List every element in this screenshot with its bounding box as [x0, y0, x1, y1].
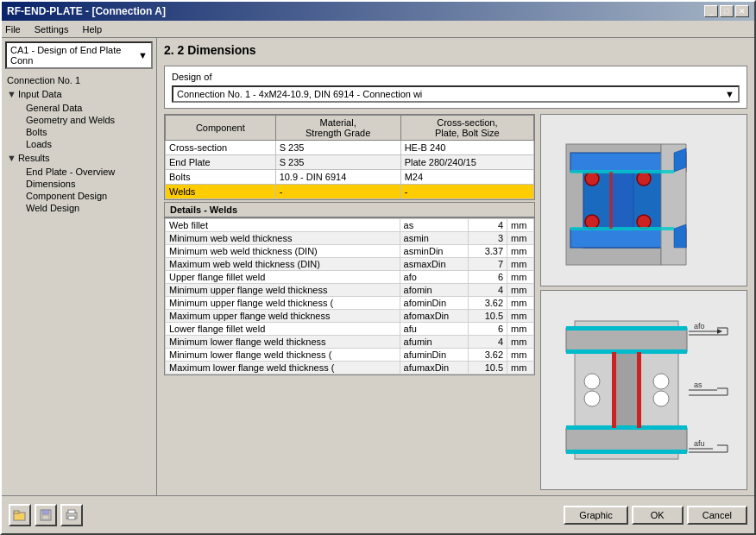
detail-unit: mm	[507, 297, 534, 310]
details-section: Details - Welds Web fillet as 4 mm	[164, 202, 535, 375]
sidebar-item-end-plate-overview[interactable]: End Plate - Overview	[12, 166, 153, 178]
svg-rect-26	[637, 352, 641, 428]
graphic-button[interactable]: Graphic	[564, 506, 628, 525]
row-material: S 235	[275, 155, 400, 170]
detail-unit: mm	[507, 245, 534, 258]
design-of-arrow: ▼	[725, 89, 734, 99]
connection-label: Connection No. 1	[5, 74, 153, 86]
row-component: End Plate	[166, 155, 276, 170]
col-component: Component	[166, 116, 276, 141]
content-area: CA1 - Design of End Plate Conn ▼ Connect…	[2, 38, 754, 495]
sidebar-item-geometry-welds[interactable]: Geometry and Welds	[12, 114, 153, 126]
detail-val: 10.5	[468, 310, 507, 323]
list-item: Lower flange fillet weld afu 6 mm	[166, 323, 534, 336]
row-material: 10.9 - DIN 6914	[275, 170, 400, 185]
sidebar-item-loads[interactable]: Loads	[12, 138, 153, 150]
svg-rect-4	[611, 172, 633, 229]
svg-rect-51	[42, 515, 49, 519]
row-component: Welds	[166, 185, 276, 199]
svg-rect-23	[566, 425, 687, 430]
detail-label: Web fillet	[166, 219, 400, 232]
open-button[interactable]	[9, 504, 31, 526]
svg-point-13	[637, 215, 651, 229]
list-item: Web fillet as 4 mm	[166, 219, 534, 232]
input-data-section[interactable]: ▼ Input Data	[5, 88, 153, 100]
list-item: Minimum web weld thickness (DIN) asminDi…	[166, 245, 534, 258]
svg-rect-54	[68, 516, 75, 519]
sidebar-item-bolts[interactable]: Bolts	[12, 126, 153, 138]
menu-settings[interactable]: Settings	[35, 24, 69, 35]
detail-label: Lower flange fillet weld	[166, 323, 400, 336]
design-of-label: Design of	[172, 72, 740, 82]
svg-point-29	[653, 374, 669, 389]
connection-dropdown[interactable]: CA1 - Design of End Plate Conn ▼	[5, 41, 153, 69]
maximize-button[interactable]: □	[720, 5, 734, 17]
detail-val: 4	[468, 284, 507, 297]
main-window: RF-END-PLATE - [Connection A] _ □ ✕ File…	[0, 0, 756, 535]
svg-text:afo: afo	[694, 322, 705, 330]
detail-val: 3.62	[468, 349, 507, 362]
bottom-left-buttons	[9, 504, 83, 526]
sidebar-item-component-design[interactable]: Component Design	[12, 190, 153, 202]
row-material: -	[275, 185, 400, 199]
svg-rect-16	[609, 172, 613, 229]
detail-val: 4	[468, 219, 507, 232]
menu-file[interactable]: File	[5, 24, 21, 35]
detail-val: 7	[468, 258, 507, 271]
detail-label: Minimum lower flange weld thickness	[166, 336, 400, 349]
ok-button[interactable]: OK	[632, 506, 684, 525]
detail-label: Upper flange fillet weld	[166, 271, 400, 284]
detail-val: 3.37	[468, 245, 507, 258]
save-button[interactable]	[35, 504, 57, 526]
menu-help[interactable]: Help	[82, 24, 102, 35]
svg-point-10	[585, 172, 599, 186]
main-panel: 2. 2 Dimensions Design of Connection No.…	[157, 38, 754, 495]
list-item: Maximum lower flange weld thickness ( af…	[166, 362, 534, 374]
cancel-button[interactable]: Cancel	[687, 506, 747, 525]
detail-val: 4	[468, 336, 507, 349]
svg-rect-14	[570, 170, 674, 173]
list-item: Minimum upper flange weld thickness ( af…	[166, 297, 534, 310]
detail-sym: as	[400, 219, 468, 232]
sidebar-item-general-data[interactable]: General Data	[12, 102, 153, 114]
svg-rect-3	[570, 229, 674, 248]
table-row-highlighted: Welds - -	[166, 185, 534, 199]
results-items: End Plate - Overview Dimensions Componen…	[5, 166, 153, 214]
2d-svg: afo as afu	[549, 312, 739, 468]
detail-unit: mm	[507, 271, 534, 284]
results-section[interactable]: ▼ Results	[5, 152, 153, 164]
detail-label: Maximum web weld thickness (DIN)	[166, 258, 400, 271]
detail-sym: afomaxDin	[400, 310, 468, 323]
row-cross-section: -	[400, 185, 533, 199]
svg-point-30	[653, 391, 669, 406]
section-title: 2. 2 Dimensions	[164, 43, 747, 57]
sidebar-item-weld-design[interactable]: Weld Design	[12, 202, 153, 214]
connection-dropdown-arrow: ▼	[138, 50, 148, 60]
bottom-bar: Graphic OK Cancel	[2, 495, 754, 533]
input-data-label: Input Data	[18, 89, 62, 99]
results-label: Results	[18, 153, 50, 163]
design-of-value: Connection No. 1 - 4xM24-10.9, DIN 6914 …	[177, 89, 422, 99]
svg-point-28	[584, 391, 600, 406]
design-of-dropdown[interactable]: Connection No. 1 - 4xM24-10.9, DIN 6914 …	[172, 85, 740, 103]
row-component: Cross-section	[166, 141, 276, 155]
minimize-button[interactable]: _	[704, 5, 718, 17]
detail-label: Minimum upper flange weld thickness (	[166, 297, 400, 310]
list-item: Minimum upper flange weld thickness afom…	[166, 284, 534, 297]
svg-rect-53	[68, 510, 75, 513]
tree-minus-icon: ▼	[7, 89, 16, 99]
details-table-container: Web fillet as 4 mm Minimum web weld thic…	[164, 217, 535, 375]
graphic-3d	[540, 114, 747, 286]
row-component: Bolts	[166, 170, 276, 185]
detail-sym: afomin	[400, 284, 468, 297]
bottom-right-buttons: Graphic OK Cancel	[564, 506, 747, 525]
list-item: Minimum lower flange weld thickness ( af…	[166, 349, 534, 362]
main-table: Component Material,Strength Grade Cross-…	[165, 115, 534, 199]
sidebar-item-dimensions[interactable]: Dimensions	[12, 178, 153, 190]
list-item: Maximum upper flange weld thickness afom…	[166, 310, 534, 323]
svg-text:afu: afu	[694, 439, 705, 448]
close-button[interactable]: ✕	[735, 5, 749, 17]
detail-label: Maximum upper flange weld thickness	[166, 310, 400, 323]
svg-rect-2	[570, 153, 674, 172]
print-button[interactable]	[60, 504, 83, 526]
